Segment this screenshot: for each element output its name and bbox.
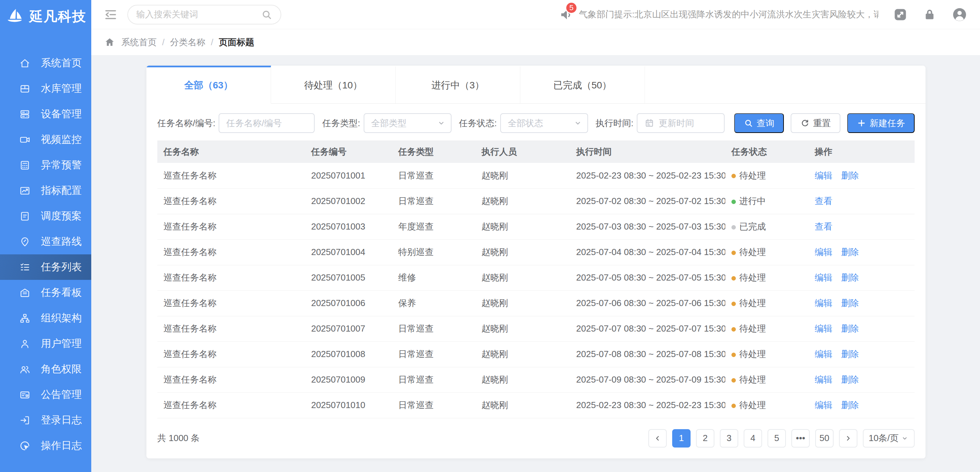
cell-name: 巡查任务名称: [158, 367, 305, 393]
create-task-button[interactable]: 新建任务: [847, 113, 915, 133]
sidebar-item-metrics[interactable]: 指标配置: [0, 178, 91, 203]
sidebar-item-home[interactable]: 系统首页: [0, 50, 91, 76]
user-icon: [19, 338, 31, 350]
breadcrumb-item[interactable]: 分类名称: [170, 36, 205, 48]
filter-type-label: 任务类型:: [322, 117, 360, 129]
page-button-2[interactable]: 2: [696, 429, 714, 448]
cell-name: 巡查任务名称: [158, 341, 305, 367]
reset-button[interactable]: 重置: [791, 113, 840, 133]
chevron-down-icon: [436, 118, 446, 128]
sidebar-item-org[interactable]: 组织架构: [0, 306, 91, 331]
speaker-icon[interactable]: 5: [558, 7, 573, 22]
status-label: 待处理: [739, 298, 766, 308]
table-row: 巡查任务名称20250701001日常巡查赵晓刚2025-02-23 08:30…: [158, 163, 915, 188]
delete-link[interactable]: 删除: [842, 400, 859, 410]
view-link[interactable]: 查看: [815, 222, 832, 231]
status-label: 待处理: [739, 170, 766, 181]
sidebar-item-announcement[interactable]: 公告管理: [0, 382, 91, 407]
delete-link[interactable]: 删除: [842, 374, 859, 385]
table-row: 巡查任务名称20250701008日常巡查赵晓刚2025-07-08 08:30…: [158, 341, 915, 367]
delete-link[interactable]: 删除: [842, 298, 859, 308]
delete-link[interactable]: 删除: [842, 272, 859, 283]
edit-link[interactable]: 编辑: [815, 298, 832, 308]
edit-link[interactable]: 编辑: [815, 272, 832, 283]
tab-1[interactable]: 待处理（10）: [271, 66, 396, 104]
breadcrumb-item[interactable]: 系统首页: [121, 36, 157, 48]
page-button-3[interactable]: 3: [720, 429, 738, 448]
search-input[interactable]: [136, 9, 257, 20]
task-table: 任务名称任务编号任务类型执行人员执行时间任务状态操作 巡查任务名称2025070…: [158, 141, 915, 418]
notice-area: 5 气象部门提示:北京山区出现强降水诱发的中小河流洪水次生灾害风险较大，请部门加…: [558, 7, 878, 22]
edit-link[interactable]: 编辑: [815, 349, 832, 359]
page-button-1[interactable]: 1: [672, 429, 690, 448]
edit-link[interactable]: 编辑: [815, 374, 832, 385]
chevron-down-icon: [573, 118, 582, 128]
sidebar-item-route[interactable]: 巡查路线: [0, 229, 91, 254]
query-button[interactable]: 查询: [734, 113, 784, 133]
logo-sail-icon: [5, 6, 24, 26]
edit-link[interactable]: 编辑: [815, 400, 832, 410]
table-body: 巡查任务名称20250701001日常巡查赵晓刚2025-02-23 08:30…: [158, 163, 915, 418]
table-wrap: 任务名称任务编号任务类型执行人员执行时间任务状态操作 巡查任务名称2025070…: [146, 141, 926, 418]
sidebar-item-plan[interactable]: 调度预案: [0, 203, 91, 229]
search-icon[interactable]: [261, 9, 272, 21]
task-status-select[interactable]: 全部状态: [500, 113, 588, 133]
logo-text: 延凡科技: [29, 7, 86, 26]
prev-page-button[interactable]: [648, 429, 667, 448]
page-button-5[interactable]: 5: [767, 429, 786, 448]
sidebar-item-warning[interactable]: 异常预警: [0, 152, 91, 178]
tab-3[interactable]: 已完成（50）: [520, 66, 645, 104]
task-card: 全部（63）待处理（10）进行中（3）已完成（50） 任务名称/编号: 任务类型…: [146, 66, 926, 458]
search-icon: [744, 118, 753, 128]
sidebar-item-task-board[interactable]: 任务看板: [0, 280, 91, 306]
sidebar-item-task-list[interactable]: 任务列表: [0, 254, 91, 280]
notice-marquee: 气象部门提示:北京山区出现强降水诱发的中小河流洪水次生灾害风险较大，请部门加强防…: [579, 8, 878, 21]
cell-type: 日常巡查: [392, 163, 476, 188]
home-icon: [19, 57, 31, 69]
task-type-select[interactable]: 全部类型: [364, 113, 452, 133]
delete-link[interactable]: 删除: [842, 323, 859, 334]
create-task-button-label: 新建任务: [870, 117, 905, 129]
page-button-4[interactable]: 4: [744, 429, 762, 448]
delete-link[interactable]: 删除: [842, 349, 859, 359]
next-page-button[interactable]: [839, 429, 858, 448]
status-dot: [732, 225, 736, 230]
avatar-icon[interactable]: [951, 6, 968, 23]
exec-time-picker[interactable]: 更新时间: [637, 113, 725, 133]
sidebar-item-operation-log[interactable]: 操作日志: [0, 433, 91, 458]
delete-link[interactable]: 删除: [842, 170, 859, 181]
cell-name: 巡查任务名称: [158, 188, 305, 214]
cell-status: 待处理: [725, 163, 809, 188]
status-dot: [732, 200, 736, 204]
delete-link[interactable]: 删除: [842, 247, 859, 257]
fullscreen-icon[interactable]: [893, 7, 908, 22]
sidebar-item-roles[interactable]: 角色权限: [0, 356, 91, 382]
page-size-select[interactable]: 10条/页: [863, 429, 915, 448]
task-name-input[interactable]: [219, 113, 315, 133]
breadcrumb-separator: /: [211, 37, 213, 48]
page-button-50[interactable]: 50: [815, 429, 834, 448]
cell-type: 特别巡查: [392, 239, 476, 265]
sidebar-item-reservoir[interactable]: 水库管理: [0, 76, 91, 101]
sidebar-item-users[interactable]: 用户管理: [0, 331, 91, 356]
status-dot: [732, 302, 736, 306]
view-link[interactable]: 查看: [815, 196, 832, 206]
edit-link[interactable]: 编辑: [815, 323, 832, 334]
cell-assignee: 赵晓刚: [476, 316, 570, 341]
cell-code: 20250701008: [305, 341, 392, 367]
edit-link[interactable]: 编辑: [815, 170, 832, 181]
cell-actions: 编辑删除: [809, 393, 915, 418]
calendar-icon: [644, 118, 654, 128]
cell-actions: 查看: [809, 188, 915, 214]
edit-link[interactable]: 编辑: [815, 247, 832, 257]
collapse-sidebar-icon[interactable]: [103, 8, 118, 22]
sidebar-item-video[interactable]: 视频监控: [0, 127, 91, 152]
tab-2[interactable]: 进行中（3）: [396, 66, 520, 104]
more-pages-button[interactable]: •••: [791, 429, 810, 448]
lock-icon[interactable]: [922, 7, 937, 22]
tab-0[interactable]: 全部（63）: [146, 66, 271, 104]
breadcrumb-separator: /: [162, 37, 164, 48]
sidebar-item-login-log[interactable]: 登录日志: [0, 407, 91, 433]
query-button-label: 查询: [757, 117, 774, 129]
sidebar-item-device[interactable]: 设备管理: [0, 101, 91, 127]
